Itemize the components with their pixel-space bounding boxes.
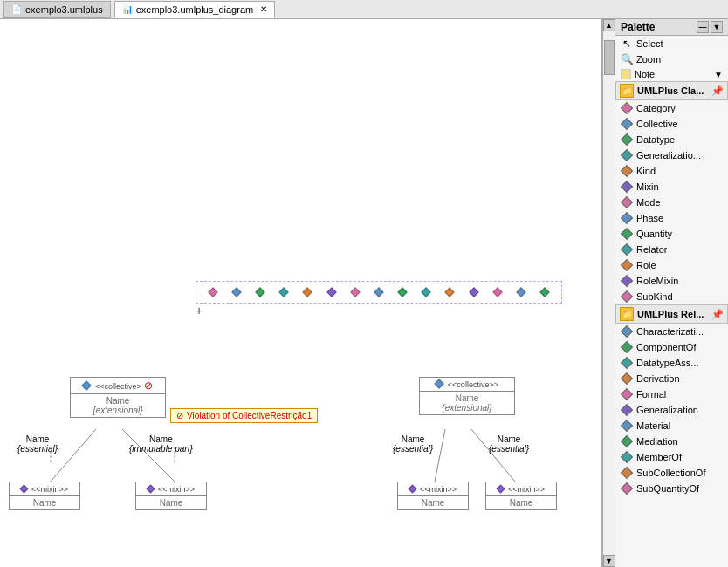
child3-name: Name: [398, 496, 468, 509]
kind-label: Kind: [636, 166, 656, 176]
palette-item-note[interactable]: Note ▼: [615, 67, 728, 81]
child-node-1[interactable]: <<mixin>> Name: [9, 482, 80, 510]
palette-scroll[interactable]: ↖ Select 🔍 Zoom Note ▼ 📁 UMLPlus Cla... …: [615, 36, 728, 567]
palette-item-category[interactable]: Category: [615, 100, 728, 116]
palette-item-subcollectionof[interactable]: SubCollectionOf: [615, 465, 728, 481]
conn-diamond-10: [422, 287, 431, 297]
label-c1: Name {essential}: [17, 434, 58, 454]
palette-item-mediation[interactable]: Mediation: [615, 434, 728, 449]
palette-item-componentof[interactable]: ComponentOf: [615, 339, 728, 355]
section-relations-pin[interactable]: 📌: [711, 309, 724, 320]
diagram-area[interactable]: + <<collective> ⊘ Name {extensional} ⊘ V…: [0, 19, 602, 567]
uml-node-2[interactable]: <<collective>> Name {extensional}: [419, 377, 515, 415]
conn-diamond-15: [540, 287, 550, 297]
label-c1-sub: {essential}: [17, 444, 58, 454]
label-c4: Name {essential}: [489, 434, 529, 454]
palette-item-memberof[interactable]: MemberOf: [615, 449, 728, 465]
palette-item-derivation[interactable]: Derivation: [615, 371, 728, 386]
violation-icon: ⊘: [176, 411, 183, 420]
palette-item-quantity[interactable]: Quantity: [615, 226, 728, 242]
diamond-c2: [147, 485, 155, 494]
note-expand-icon[interactable]: ▼: [714, 70, 723, 79]
close-icon[interactable]: ✕: [260, 4, 267, 14]
palette-item-subkind[interactable]: SubKind: [615, 289, 728, 304]
node2-stereotype: <<collective>>: [448, 380, 498, 389]
palette-item-phase[interactable]: Phase: [615, 210, 728, 226]
child-node-2[interactable]: <<mixin>> Name: [135, 482, 207, 510]
palette-item-formal[interactable]: Formal: [615, 386, 728, 402]
palette-item-generalization2[interactable]: Generalization: [615, 402, 728, 418]
child2-header: <<mixin>>: [136, 482, 206, 496]
node2-header: <<collective>>: [420, 378, 514, 392]
palette-item-mixin[interactable]: Mixin: [615, 179, 728, 195]
palette-item-subquantityof[interactable]: SubQuantityOf: [615, 481, 728, 496]
subkind-label: SubKind: [636, 291, 673, 302]
conn-diamond-2: [231, 287, 241, 297]
child3-header: <<mixin>>: [398, 482, 468, 496]
palette-section-classes[interactable]: 📁 UMLPlus Cla... 📌: [615, 81, 728, 100]
role-label: Role: [636, 260, 656, 270]
tab-bar: 📄 exemplo3.umlplus 📊 exemplo3.umlplus_di…: [0, 0, 728, 19]
node2-name: Name {extensional}: [420, 392, 514, 414]
palette-item-rolemixin[interactable]: RoleMixin: [615, 273, 728, 289]
child-node-3[interactable]: <<mixin>> Name: [397, 482, 469, 510]
palette-item-zoom[interactable]: 🔍 Zoom: [615, 51, 728, 67]
zoom-icon: 🔍: [621, 53, 633, 65]
mixin-label: Mixin: [636, 181, 659, 192]
child4-name: Name: [486, 496, 556, 509]
palette-item-datatypeass[interactable]: DatatypeAss...: [615, 355, 728, 371]
conn-diamond-5: [303, 287, 312, 297]
svg-line-2: [435, 429, 445, 482]
category-label: Category: [636, 103, 676, 113]
palette-item-characterization[interactable]: Characterizati...: [615, 324, 728, 339]
tab-diagram[interactable]: 📊 exemplo3.umlplus_diagram ✕: [114, 1, 276, 18]
palette-settings-btn[interactable]: ▼: [711, 21, 723, 33]
palette-item-generalization[interactable]: Generalizatio...: [615, 147, 728, 163]
palette-item-role[interactable]: Role: [615, 257, 728, 273]
label-c2: Name {immutable part}: [129, 434, 193, 454]
generalization-label: Generalizatio...: [636, 150, 701, 161]
child1-header: <<mixin>>: [10, 482, 79, 496]
v-scroll-track[interactable]: [603, 31, 615, 555]
mode-label: Mode: [636, 197, 661, 208]
palette-item-select[interactable]: ↖ Select: [615, 36, 728, 51]
plus-cursor: +: [196, 304, 203, 318]
palette-item-kind[interactable]: Kind: [615, 163, 728, 179]
note-icon: [621, 69, 631, 79]
tab-file-label: exemplo3.umlplus: [25, 4, 103, 15]
palette-title: Palette: [621, 21, 655, 33]
palette-header-buttons: — ▼: [697, 21, 723, 33]
material-label: Material: [636, 420, 670, 431]
child4-stereotype: <<mixin>>: [508, 485, 545, 494]
conn-diamond-6: [326, 287, 336, 297]
palette-minimize-btn[interactable]: —: [697, 21, 709, 33]
diamond-icon-2: [434, 379, 443, 388]
relator-label: Relator: [636, 244, 667, 255]
uml-node-1[interactable]: <<collective> ⊘ Name {extensional}: [70, 377, 166, 418]
datatype-label: Datatype: [636, 134, 675, 145]
v-scroll-down[interactable]: ▼: [603, 555, 615, 567]
conn-diamond-8: [374, 287, 383, 297]
palette-item-datatype[interactable]: Datatype: [615, 132, 728, 147]
v-scroll-thumb[interactable]: [604, 40, 615, 75]
subcollectionof-label: SubCollectionOf: [636, 468, 706, 478]
node1-header: <<collective> ⊘: [71, 378, 165, 394]
palette-item-material[interactable]: Material: [615, 418, 728, 434]
mediation-label: Mediation: [636, 436, 678, 447]
child-node-4[interactable]: <<mixin>> Name: [485, 482, 557, 510]
formal-label: Formal: [636, 389, 666, 400]
child2-stereotype: <<mixin>>: [158, 485, 195, 494]
conn-diamond-11: [445, 287, 455, 297]
v-scrollbar[interactable]: ▲ ▼: [602, 19, 615, 567]
palette-item-collective[interactable]: Collective: [615, 116, 728, 132]
tab-file[interactable]: 📄 exemplo3.umlplus: [3, 1, 111, 18]
palette-section-relations[interactable]: 📁 UMLPlus Rel... 📌: [615, 304, 728, 324]
cursor-icon: ↖: [621, 38, 633, 50]
v-scroll-up[interactable]: ▲: [603, 19, 615, 31]
palette-item-relator[interactable]: Relator: [615, 242, 728, 257]
child1-stereotype: <<mixin>>: [31, 485, 68, 494]
palette-item-mode[interactable]: Mode: [615, 195, 728, 210]
main-layout: + <<collective> ⊘ Name {extensional} ⊘ V…: [0, 19, 728, 567]
rolemixin-label: RoleMixin: [636, 276, 678, 286]
section-classes-pin[interactable]: 📌: [711, 85, 724, 97]
